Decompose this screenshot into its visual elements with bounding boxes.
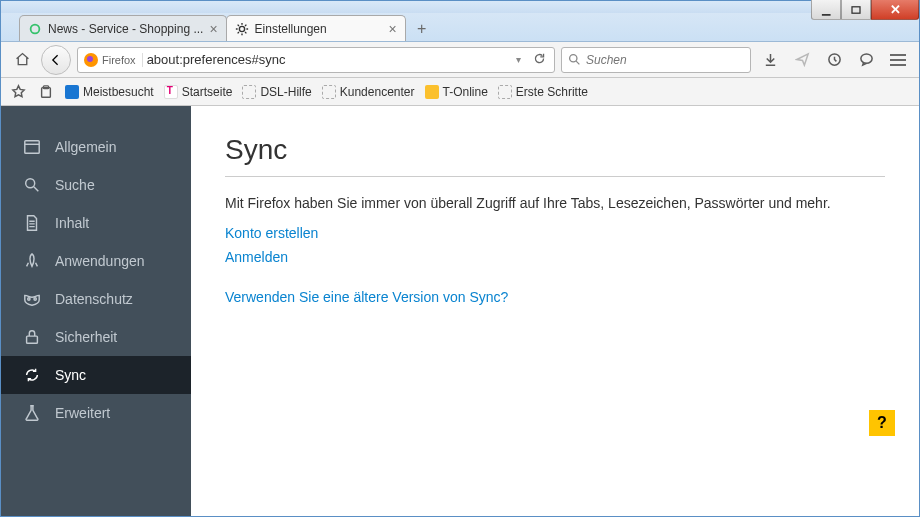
- svg-rect-8: [25, 141, 39, 154]
- identity-box[interactable]: Firefox: [82, 53, 143, 67]
- bookmark-kundencenter[interactable]: Kundencenter: [322, 85, 415, 99]
- tab-close-icon[interactable]: ×: [388, 22, 396, 36]
- history-icon[interactable]: [821, 47, 847, 73]
- reload-icon[interactable]: [529, 52, 550, 68]
- bookmark-icon: [322, 85, 336, 99]
- hamburger-icon: [890, 54, 906, 66]
- bookmark-dslhilfe[interactable]: DSL-Hilfe: [242, 85, 311, 99]
- sidebar-item-suche[interactable]: Suche: [1, 166, 191, 204]
- window-icon: [23, 138, 41, 156]
- svg-rect-12: [27, 336, 38, 343]
- bookmark-icon: [498, 85, 512, 99]
- search-input[interactable]: [586, 53, 744, 67]
- sync-icon: [23, 366, 41, 384]
- window-controls: ▁ ✕: [811, 0, 919, 20]
- url-input[interactable]: [147, 52, 508, 67]
- sidebar-item-sync[interactable]: Sync: [1, 356, 191, 394]
- sidebar-item-datenschutz[interactable]: Datenschutz: [1, 280, 191, 318]
- bookmark-meistbesucht[interactable]: Meistbesucht: [65, 85, 154, 99]
- sidebar-item-erweitert[interactable]: Erweitert: [1, 394, 191, 432]
- bookmark-icon: [164, 85, 178, 99]
- bookmark-startseite[interactable]: Startseite: [164, 85, 233, 99]
- window-close-button[interactable]: ✕: [871, 0, 919, 20]
- tab-label: Einstellungen: [255, 22, 327, 36]
- tab-news[interactable]: News - Service - Shopping ... ×: [19, 15, 227, 41]
- chat-icon[interactable]: [853, 47, 879, 73]
- create-account-link[interactable]: Konto erstellen: [225, 225, 885, 241]
- svg-point-1: [31, 24, 40, 33]
- window-titlebar: ▁ ✕: [1, 1, 919, 13]
- sidebar-item-sicherheit[interactable]: Sicherheit: [1, 318, 191, 356]
- page-heading: Sync: [225, 134, 885, 166]
- home-button[interactable]: [9, 47, 35, 73]
- search-icon: [568, 53, 581, 66]
- identity-label: Firefox: [102, 54, 136, 66]
- downloads-button[interactable]: [757, 47, 783, 73]
- url-bar[interactable]: Firefox ▾: [77, 47, 555, 73]
- svg-point-5: [860, 54, 871, 63]
- divider: [225, 176, 885, 177]
- maximize-button[interactable]: [841, 0, 871, 20]
- tab-close-icon[interactable]: ×: [209, 22, 217, 36]
- svg-point-2: [239, 26, 244, 31]
- old-sync-link[interactable]: Verwenden Sie eine ältere Version von Sy…: [225, 289, 885, 305]
- navigation-toolbar: Firefox ▾: [1, 42, 919, 78]
- search-icon: [23, 176, 41, 194]
- settings-sidebar: Allgemein Suche Inhalt Anwendungen Daten…: [1, 106, 191, 516]
- star-icon[interactable]: [9, 79, 27, 105]
- svg-point-10: [28, 298, 30, 300]
- main-panel: Sync Mit Firefox haben Sie immer von übe…: [191, 106, 919, 516]
- svg-rect-0: [852, 6, 860, 12]
- minimize-button[interactable]: ▁: [811, 0, 841, 20]
- bookmark-icon: [425, 85, 439, 99]
- help-button[interactable]: ?: [869, 410, 895, 436]
- new-tab-button[interactable]: +: [409, 17, 435, 41]
- firefox-icon: [84, 53, 98, 67]
- search-bar[interactable]: [561, 47, 751, 73]
- bookmark-icon: [65, 85, 79, 99]
- sign-in-link[interactable]: Anmelden: [225, 249, 885, 265]
- rocket-icon: [23, 252, 41, 270]
- gear-icon: [235, 22, 249, 36]
- sidebar-item-inhalt[interactable]: Inhalt: [1, 204, 191, 242]
- flask-icon: [23, 404, 41, 422]
- svg-point-3: [570, 55, 577, 62]
- sync-description: Mit Firefox haben Sie immer von überall …: [225, 195, 885, 211]
- sidebar-item-allgemein[interactable]: Allgemein: [1, 128, 191, 166]
- lock-icon: [23, 328, 41, 346]
- bookmarks-toolbar: Meistbesucht Startseite DSL-Hilfe Kunden…: [1, 78, 919, 106]
- tab-settings[interactable]: Einstellungen ×: [226, 15, 406, 41]
- back-button[interactable]: [41, 45, 71, 75]
- bookmark-ersteschritte[interactable]: Erste Schritte: [498, 85, 588, 99]
- document-icon: [23, 214, 41, 232]
- dropdown-icon[interactable]: ▾: [512, 54, 525, 65]
- mask-icon: [23, 290, 41, 308]
- tab-label: News - Service - Shopping ...: [48, 22, 203, 36]
- send-icon: [789, 47, 815, 73]
- bookmark-icon: [242, 85, 256, 99]
- menu-button[interactable]: [885, 47, 911, 73]
- spinner-icon: [28, 22, 42, 36]
- svg-point-9: [26, 179, 35, 188]
- browser-window: ▁ ✕ News - Service - Shopping ... × Eins…: [0, 0, 920, 517]
- tab-strip: News - Service - Shopping ... × Einstell…: [1, 13, 919, 42]
- clipboard-icon[interactable]: [37, 79, 55, 105]
- bookmark-tonline[interactable]: T-Online: [425, 85, 488, 99]
- svg-point-11: [34, 298, 36, 300]
- content-area: Allgemein Suche Inhalt Anwendungen Daten…: [1, 106, 919, 516]
- sidebar-item-anwendungen[interactable]: Anwendungen: [1, 242, 191, 280]
